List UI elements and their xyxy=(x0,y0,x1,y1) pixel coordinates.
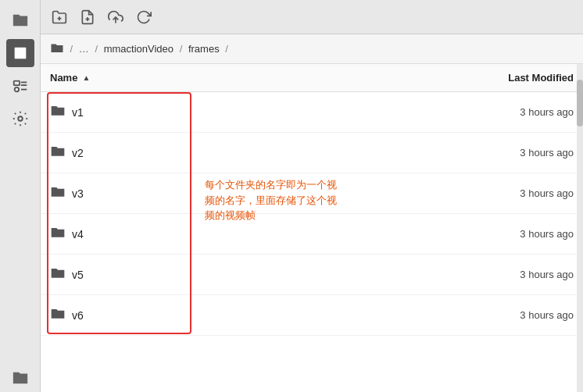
svg-point-6 xyxy=(18,116,23,121)
file-name: v2 xyxy=(72,147,84,159)
breadcrumb-mmaction[interactable]: mmactionVideo xyxy=(104,43,173,55)
table-row[interactable]: v2 3 hours ago xyxy=(41,133,583,173)
folder-icon xyxy=(50,306,66,324)
sidebar-settings-icon[interactable] xyxy=(6,105,34,133)
sort-arrow-icon[interactable]: ▲ xyxy=(82,73,90,82)
table-row[interactable]: v6 3 hours ago xyxy=(41,295,583,336)
file-modified: 3 hours ago xyxy=(449,106,574,118)
folder-icon xyxy=(50,103,66,121)
file-modified: 3 hours ago xyxy=(449,228,574,240)
sidebar xyxy=(0,0,41,392)
file-name: v4 xyxy=(72,228,84,241)
scrollbar-track[interactable] xyxy=(577,64,583,392)
table-row[interactable]: v1 3 hours ago xyxy=(41,92,583,133)
upload-button[interactable] xyxy=(105,6,127,28)
breadcrumb-frames[interactable]: frames xyxy=(188,43,220,55)
toolbar xyxy=(41,0,583,34)
breadcrumb-separator-2: / xyxy=(92,43,101,55)
file-name: v5 xyxy=(72,269,84,281)
col-name-label: Name xyxy=(50,72,77,84)
file-modified: 3 hours ago xyxy=(449,147,574,159)
breadcrumb-separator-4: / xyxy=(223,43,231,55)
svg-point-4 xyxy=(14,87,19,92)
table-header: Name ▲ Last Modified xyxy=(41,64,583,92)
file-name: v3 xyxy=(72,187,84,200)
scrollbar-thumb[interactable] xyxy=(577,80,583,127)
file-name: v6 xyxy=(72,309,84,322)
folder-icon xyxy=(50,184,66,202)
main-panel: / … / mmactionVideo / frames / Name ▲ La… xyxy=(41,0,583,392)
breadcrumb-separator-1: / xyxy=(67,43,76,55)
table-row[interactable]: v4 3 hours ago xyxy=(41,214,583,255)
sidebar-search-list-icon[interactable] xyxy=(6,72,34,100)
breadcrumb-ellipsis[interactable]: … xyxy=(79,43,89,55)
add-file-button[interactable] xyxy=(77,6,98,28)
refresh-button[interactable] xyxy=(133,6,155,28)
col-modified-label: Last Modified xyxy=(449,72,574,84)
folder-icon xyxy=(50,144,66,162)
table-body: v1 3 hours ago v2 3 hours ago xyxy=(41,92,583,392)
folder-icon xyxy=(50,265,66,283)
table-row[interactable]: v5 3 hours ago xyxy=(41,255,583,295)
add-folder-button[interactable] xyxy=(48,6,70,28)
file-name: v1 xyxy=(72,106,84,119)
file-table: Name ▲ Last Modified v1 3 hours ago xyxy=(41,64,583,392)
breadcrumb: / … / mmactionVideo / frames / xyxy=(41,34,583,64)
folder-icon xyxy=(50,225,66,243)
breadcrumb-folder-icon xyxy=(50,41,64,56)
sidebar-stop-icon[interactable] xyxy=(6,39,34,67)
svg-rect-0 xyxy=(14,48,26,59)
file-modified: 3 hours ago xyxy=(449,309,574,321)
sidebar-folder-icon[interactable] xyxy=(6,6,34,34)
table-row[interactable]: v3 3 hours ago xyxy=(41,173,583,214)
svg-rect-1 xyxy=(13,81,19,86)
breadcrumb-separator-3: / xyxy=(177,43,185,55)
file-modified: 3 hours ago xyxy=(449,187,574,199)
file-modified: 3 hours ago xyxy=(449,269,574,280)
sidebar-folder-bottom-icon[interactable] xyxy=(6,364,34,392)
